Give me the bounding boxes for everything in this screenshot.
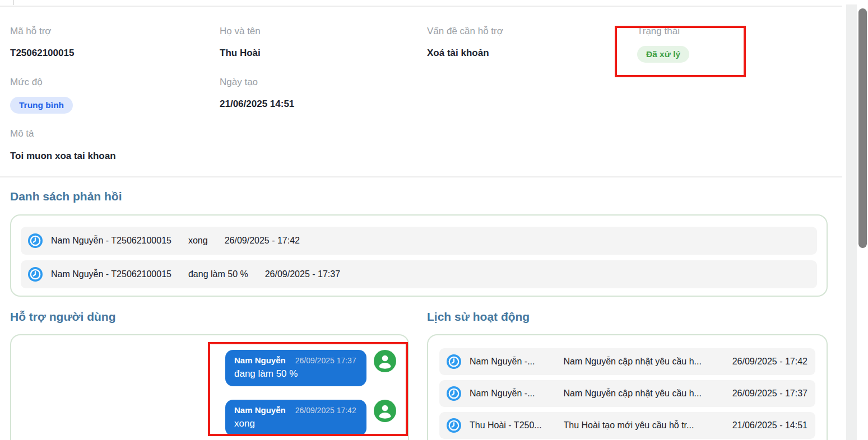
clock-icon bbox=[447, 386, 461, 401]
field-label: Họ và tên bbox=[220, 25, 261, 38]
field-muc-do: Mức độ Trung bình bbox=[10, 76, 73, 114]
field-ma-ho-tro: Mã hỗ trợ T25062100015 bbox=[10, 25, 74, 59]
clock-icon bbox=[447, 354, 461, 369]
feedback-row: Nam Nguyễn - T25062100015 đang làm 50 % … bbox=[21, 260, 817, 288]
feedback-time: 26/09/2025 - 17:37 bbox=[265, 269, 340, 279]
feedback-section-title: Danh sách phản hồi bbox=[10, 189, 122, 204]
scrollbar-thumb[interactable] bbox=[858, 8, 867, 248]
feedback-author: Nam Nguyễn - T25062100015 bbox=[51, 269, 171, 279]
scrollbar-track[interactable] bbox=[846, 4, 857, 440]
field-label: Mã hỗ trợ bbox=[10, 25, 74, 38]
field-label: Mức độ bbox=[10, 76, 73, 88]
field-value: Xoá tài khoản bbox=[427, 47, 503, 59]
annotation-rect-chat bbox=[208, 342, 408, 436]
field-value: Thu Hoài bbox=[220, 47, 261, 59]
history-panel: Nam Nguyễn -... Nam Nguyễn cập nhật yêu … bbox=[427, 334, 828, 440]
feedback-author: Nam Nguyễn - T25062100015 bbox=[51, 236, 171, 246]
clock-icon bbox=[28, 267, 43, 282]
field-label: Mô tả bbox=[10, 128, 116, 140]
history-action: Nam Nguyễn cập nhật yêu cầu h... bbox=[564, 388, 720, 399]
history-action: Nam Nguyễn cập nhật yêu cầu h... bbox=[564, 357, 720, 367]
field-label: Ngày tạo bbox=[220, 76, 294, 88]
history-row: Nam Nguyễn -... Nam Nguyễn cập nhật yêu … bbox=[439, 380, 815, 407]
field-mo-ta: Mô tả Toi muon xoa tai khoan bbox=[10, 128, 116, 162]
field-ngay-tao: Ngày tạo 21/06/2025 14:51 bbox=[220, 76, 294, 110]
field-value: T25062100015 bbox=[10, 47, 74, 59]
field-van-de: Vấn đề cần hỗ trợ Xoá tài khoản bbox=[427, 25, 503, 59]
clock-icon bbox=[447, 418, 461, 433]
feedback-panel: Nam Nguyễn - T25062100015 xong 26/09/202… bbox=[10, 214, 828, 297]
level-badge: Trung bình bbox=[10, 97, 73, 114]
section-divider bbox=[0, 176, 842, 177]
history-section-title: Lịch sử hoạt động bbox=[427, 310, 530, 324]
history-row: Thu Hoài - T250... Thu Hoài tạo mới yêu … bbox=[439, 412, 815, 439]
feedback-row: Nam Nguyễn - T25062100015 xong 26/09/202… bbox=[21, 227, 817, 255]
top-divider bbox=[0, 6, 842, 7]
clock-icon bbox=[28, 233, 43, 248]
field-value: Toi muon xoa tai khoan bbox=[10, 150, 116, 162]
history-time: 21/06/2025 - 14:51 bbox=[732, 420, 807, 430]
history-name: Thu Hoài - T250... bbox=[470, 420, 548, 430]
history-row: Nam Nguyễn -... Nam Nguyễn cập nhật yêu … bbox=[439, 348, 815, 375]
history-name: Nam Nguyễn -... bbox=[470, 357, 548, 367]
feedback-message: đang làm 50 % bbox=[188, 269, 248, 279]
field-value: 21/06/2025 14:51 bbox=[220, 98, 294, 110]
field-ho-va-ten: Họ và tên Thu Hoài bbox=[220, 25, 261, 59]
feedback-message: xong bbox=[188, 236, 208, 246]
history-name: Nam Nguyễn -... bbox=[470, 388, 548, 399]
feedback-time: 26/09/2025 - 17:42 bbox=[225, 236, 300, 246]
top-edge-artifact bbox=[13, 0, 14, 5]
history-time: 26/09/2025 - 17:42 bbox=[732, 357, 807, 367]
history-time: 26/09/2025 - 17:37 bbox=[732, 388, 807, 399]
annotation-rect-status bbox=[615, 26, 746, 77]
history-action: Thu Hoài tạo mới yêu cầu hỗ tr... bbox=[564, 420, 720, 430]
chat-section-title: Hỗ trợ người dùng bbox=[10, 310, 116, 324]
ticket-detail-page: Mã hỗ trợ T25062100015 Họ và tên Thu Hoà… bbox=[0, 0, 868, 440]
field-label: Vấn đề cần hỗ trợ bbox=[427, 25, 503, 38]
